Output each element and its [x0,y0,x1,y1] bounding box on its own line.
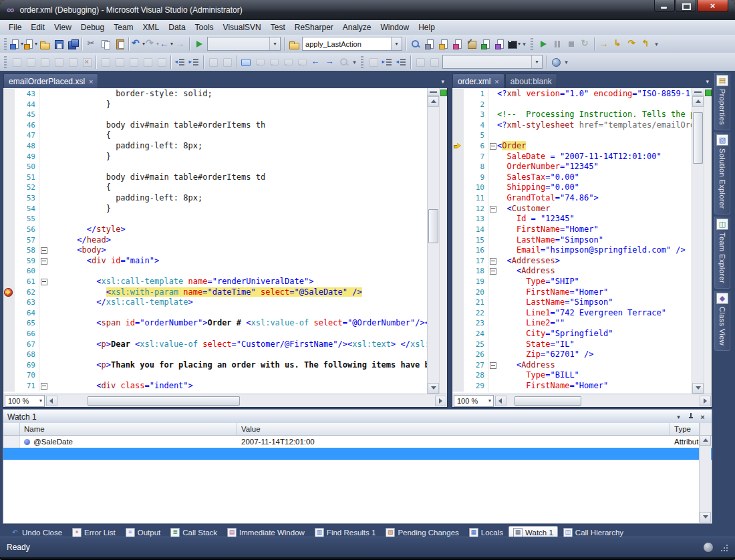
scroll-up-button[interactable] [692,96,704,107]
indent-lines-icon[interactable] [380,55,394,69]
continue-icon[interactable] [536,37,550,51]
next-comment-icon[interactable] [267,55,281,69]
code-line[interactable]: 64 [3,308,427,319]
scroll-right-button[interactable] [435,396,446,406]
code-line[interactable]: 60 [3,266,427,277]
save-all-icon[interactable] [65,37,80,51]
code-line[interactable]: 51 body div#main table#orderItems td [3,172,427,183]
indicator-margin[interactable] [452,141,464,152]
scroll-down-button[interactable] [428,383,439,394]
schemas-combobox[interactable]: ▾ [442,55,543,69]
fold-collapse-icon[interactable] [490,362,496,369]
column-header-value[interactable]: Value [237,423,670,435]
history-icon[interactable] [549,55,563,69]
scroll-up-button[interactable] [700,435,711,446]
code-line[interactable]: 20 FirstName="Homer" [452,287,692,298]
indicator-margin[interactable] [3,287,15,298]
toolbar-overflow-chevron[interactable]: ▾ [653,37,660,51]
fold-collapse-icon[interactable] [490,206,496,213]
go-to-definition-icon[interactable] [23,55,37,69]
code-line[interactable]: 50 [3,162,427,172]
toolbar-overflow-chevron[interactable]: ▾ [521,37,528,51]
code-line[interactable]: 8 OrderNumber="12345" [452,162,692,172]
fold-collapse-icon[interactable] [41,247,47,254]
decrease-indent-icon[interactable] [173,55,187,69]
undo-icon[interactable]: ▾ [131,37,145,51]
indicator-margin[interactable] [452,287,464,298]
previous-comment-icon[interactable] [253,55,267,69]
code-line[interactable]: 26 Zip="62701" /> [452,349,692,360]
redo-icon[interactable]: ▾ [145,37,159,51]
indicator-margin[interactable] [3,308,15,319]
next-comment-file-icon[interactable] [295,55,309,69]
watch-value-cell[interactable] [237,448,670,460]
indicator-margin[interactable] [452,193,464,204]
code-line[interactable]: 21 LastName="Simpson" [452,297,692,308]
chevron-down-icon[interactable]: ▾ [488,398,493,404]
code-line[interactable]: 43 border-style: solid; [3,89,427,100]
indicator-margin[interactable] [452,349,464,360]
code-line[interactable]: 7 SaleDate = "2007-11-14T12:01:00" [452,152,692,162]
step-over-icon[interactable] [625,37,639,51]
chevron-down-icon[interactable]: ▾ [269,37,280,50]
comment-out-icon[interactable] [206,55,220,69]
indicator-margin[interactable] [3,141,15,152]
sidebar-tab-class-view[interactable]: ◆Class View [714,291,730,351]
watch-row[interactable]: @SaleDate2007-11-14T12:01:00Attribute [3,436,712,448]
menu-item-view[interactable]: View [49,21,76,34]
toolbar-overflow-chevron[interactable]: ▾ [351,55,358,69]
vertical-scrollbar[interactable] [427,88,439,394]
scroll-left-button[interactable] [495,396,506,406]
code-line[interactable]: 22 Line1="742 Evergreen Terrace" [452,308,692,319]
chevron-down-icon[interactable]: ▾ [39,398,44,404]
uncomment-icon[interactable] [220,55,234,69]
format-document-icon[interactable] [98,55,112,69]
indicator-margin[interactable] [452,225,464,235]
indicator-margin[interactable] [452,235,464,246]
tab-emailorderplaced-xsl[interactable]: emailOrderPlaced.xsl× [3,74,98,88]
toolbar-grip[interactable] [361,56,363,68]
cut-icon[interactable] [84,37,98,51]
code-line[interactable]: 27 <Address [452,360,692,371]
menu-item-debug[interactable]: Debug [76,21,109,34]
start-page-icon[interactable] [478,37,492,51]
indicator-margin[interactable] [3,349,15,360]
splitter-button[interactable] [428,88,439,96]
horizontal-scrollbar[interactable] [46,396,446,406]
code-line[interactable]: 19 Type="SHIP" [452,277,692,287]
scrollbar-thumb[interactable] [693,112,703,163]
checkin-icon[interactable] [309,55,323,69]
indicator-margin[interactable] [3,193,15,204]
toolbar-grip[interactable] [4,38,7,50]
code-line[interactable]: 13 Id = "12345" [452,214,692,225]
indicator-margin[interactable] [3,360,15,371]
horizontal-scrollbar[interactable] [495,396,711,406]
menu-item-data[interactable]: Data [164,21,190,34]
indicator-margin[interactable] [452,339,464,350]
code-line[interactable]: 62 <xsl:with-param name="dateTime" selec… [3,287,427,298]
indicator-margin[interactable] [3,329,15,339]
menu-item-tools[interactable]: Tools [190,21,218,34]
code-line[interactable]: 55 [3,214,427,225]
toolbar-grip[interactable] [4,56,7,68]
properties-window-icon[interactable] [422,37,436,51]
chevron-down-icon[interactable]: ▾ [391,37,402,50]
code-line[interactable]: 10 Shipping="0.00" [452,182,692,193]
watch-close-icon[interactable]: × [698,412,708,422]
right-editor[interactable]: 1<?xml version="1.0" encoding="ISO-8859-… [452,88,712,408]
tab-list-dropdown-icon[interactable]: ▾ [706,78,709,85]
watch-empty-area[interactable] [3,460,712,523]
indicator-margin[interactable] [3,256,15,267]
indicator-margin[interactable] [452,277,464,287]
indicator-margin[interactable] [452,204,464,215]
solution-explorer-icon[interactable] [436,37,450,51]
resharper-status-icon[interactable] [440,90,447,96]
navigate-forward-icon[interactable] [173,37,187,51]
scrollbar-track[interactable] [57,396,435,406]
code-line[interactable]: 69 <p>Thank you for placing an order wit… [3,360,427,371]
title-bar[interactable]: ∞ order.xml (Debugging) - Microsoft Visu… [0,0,735,20]
fold-collapse-icon[interactable] [41,258,47,265]
indicator-margin[interactable] [452,182,464,193]
sidebar-tab-solution-explorer[interactable]: ▧Solution Explorer [714,132,730,215]
code-line[interactable]: 2 [452,100,692,110]
